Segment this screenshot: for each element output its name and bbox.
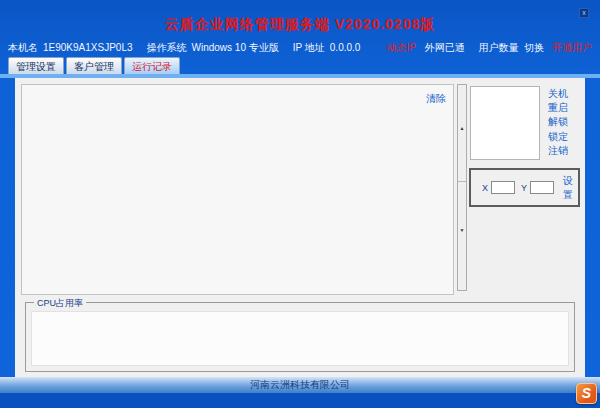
status-bar: 本机名 1E90K9A1XSJP0L3 操作系统 Windows 10 专业版 … [8,41,592,54]
log-list-panel[interactable]: 清除 [21,84,454,295]
switch-link[interactable]: 切换 [524,41,544,55]
y-input[interactable] [530,181,554,194]
bottom-strip [0,393,600,408]
company-name: 河南云洲科技有限公司 [250,379,350,390]
footer-bar: 河南云洲科技有限公司 [0,377,600,393]
host-label: 本机名 [8,41,38,55]
cpu-usage-group: CPU占用率 [25,302,575,372]
tab-client-management[interactable]: 客户管理 [66,57,122,74]
account-status: 开通用户 [552,41,592,55]
scroll-down-icon[interactable]: ▼ [458,227,466,233]
ip-label: IP 地址 [293,41,325,55]
wan-status: 外网已通 [425,41,465,55]
scrollbar-divider [458,181,466,182]
clear-log-link[interactable]: 清除 [426,92,446,106]
os-label: 操作系统 [147,41,187,55]
restart-link[interactable]: 重启 [548,101,568,115]
host-value: 1E90K9A1XSJP0L3 [43,42,133,53]
cpu-usage-title: CPU占用率 [34,297,86,310]
scroll-up-icon[interactable]: ▲ [458,125,466,131]
shutdown-link[interactable]: 关机 [548,87,568,101]
os-value: Windows 10 专业版 [192,41,279,55]
tab-page-run-log: 清除 ▲ ▼ 关机 重启 解锁 锁定 注销 X Y 设置 CPU占用率 [15,78,585,377]
x-label: X [482,183,488,193]
logout-link[interactable]: 注销 [548,144,568,158]
tab-bar: 管理设置 客户管理 运行记录 [8,57,180,74]
action-links: 关机 重启 解锁 锁定 注销 [548,87,568,158]
users-label: 用户数量 [479,41,519,55]
log-scrollbar[interactable]: ▲ ▼ [457,84,467,291]
position-settings-box: X Y 设置 [469,168,580,207]
close-icon[interactable]: x [579,8,589,18]
client-list-box[interactable] [470,86,540,160]
cpu-usage-chart-area [31,311,569,366]
y-label: Y [521,183,527,193]
ip-value: 0.0.0.0 [330,42,361,53]
title-bar: 云盾企业网络管理服务端 V2020.0208版 [0,15,600,34]
lock-link[interactable]: 锁定 [548,130,568,144]
set-position-link[interactable]: 设置 [563,174,578,202]
tab-management-settings[interactable]: 管理设置 [8,57,64,74]
unlock-link[interactable]: 解锁 [548,115,568,129]
x-input[interactable] [491,181,515,194]
app-title: 云盾企业网络管理服务端 V2020.0208版 [165,16,435,32]
tab-run-log[interactable]: 运行记录 [124,57,180,74]
s-brand-logo-icon: S [576,383,597,404]
ip-type-badge: 动态IP [386,41,415,55]
